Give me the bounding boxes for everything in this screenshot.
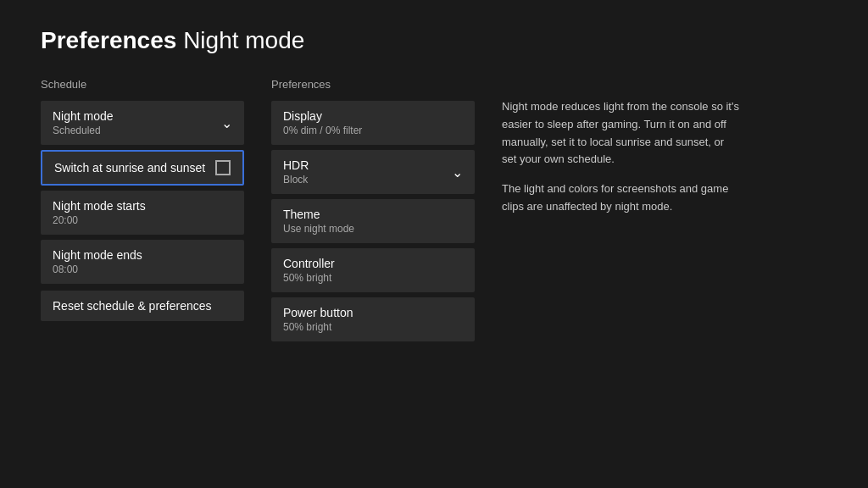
hdr-pref-item[interactable]: HDR Block ⌄	[271, 150, 475, 194]
info-column: Night mode reduces light from the consol…	[502, 78, 739, 343]
night-mode-ends-title: Night mode ends	[53, 248, 232, 262]
night-mode-starts-item[interactable]: Night mode starts 20:00	[41, 191, 244, 235]
hdr-title: HDR	[283, 158, 452, 172]
content-area: Schedule Night mode Scheduled ⌄ Switch a…	[41, 78, 827, 343]
power-button-title: Power button	[283, 306, 463, 319]
info-paragraph-2: The light and colors for screenshots and…	[502, 180, 739, 216]
page-title: Preferences Night mode	[41, 27, 827, 54]
night-mode-scheduled-item[interactable]: Night mode Scheduled ⌄	[41, 101, 244, 145]
schedule-label: Schedule	[41, 78, 244, 91]
preferences-label: Preferences	[271, 78, 475, 91]
display-title: Display	[283, 109, 463, 123]
preferences-column: Preferences Display 0% dim / 0% filter H…	[271, 78, 475, 343]
hdr-chevron-icon: ⌄	[452, 164, 463, 180]
power-button-subtitle: 50% bright	[283, 321, 463, 333]
page-title-bold: Preferences	[41, 27, 176, 53]
night-mode-ends-item[interactable]: Night mode ends 08:00	[41, 240, 244, 284]
info-paragraph-1: Night mode reduces light from the consol…	[502, 98, 739, 169]
sunrise-sunset-item[interactable]: Switch at sunrise and sunset	[41, 150, 244, 186]
controller-subtitle: 50% bright	[283, 272, 463, 284]
page-title-light: Night mode	[183, 27, 304, 53]
night-mode-starts-title: Night mode starts	[53, 199, 232, 213]
chevron-down-icon: ⌄	[221, 115, 232, 131]
night-mode-subtitle: Scheduled	[53, 125, 114, 136]
night-mode-starts-time: 20:00	[53, 214, 232, 226]
night-mode-ends-time: 08:00	[53, 263, 232, 275]
night-mode-title: Night mode	[53, 109, 114, 123]
hdr-subtitle: Block	[283, 174, 452, 186]
theme-pref-item[interactable]: Theme Use night mode	[271, 199, 475, 243]
display-pref-item[interactable]: Display 0% dim / 0% filter	[271, 101, 475, 145]
controller-title: Controller	[283, 257, 463, 270]
reset-label: Reset schedule & preferences	[53, 299, 232, 313]
theme-subtitle: Use night mode	[283, 223, 463, 235]
sunrise-checkbox[interactable]	[215, 160, 231, 175]
display-subtitle: 0% dim / 0% filter	[283, 125, 463, 136]
page-container: Preferences Night mode Schedule Night mo…	[0, 0, 868, 488]
controller-pref-item[interactable]: Controller 50% bright	[271, 248, 475, 292]
schedule-column: Schedule Night mode Scheduled ⌄ Switch a…	[41, 78, 244, 343]
reset-schedule-item[interactable]: Reset schedule & preferences	[41, 291, 244, 321]
theme-title: Theme	[283, 208, 463, 221]
power-button-pref-item[interactable]: Power button 50% bright	[271, 297, 475, 341]
sunrise-sunset-label: Switch at sunrise and sunset	[54, 161, 205, 175]
